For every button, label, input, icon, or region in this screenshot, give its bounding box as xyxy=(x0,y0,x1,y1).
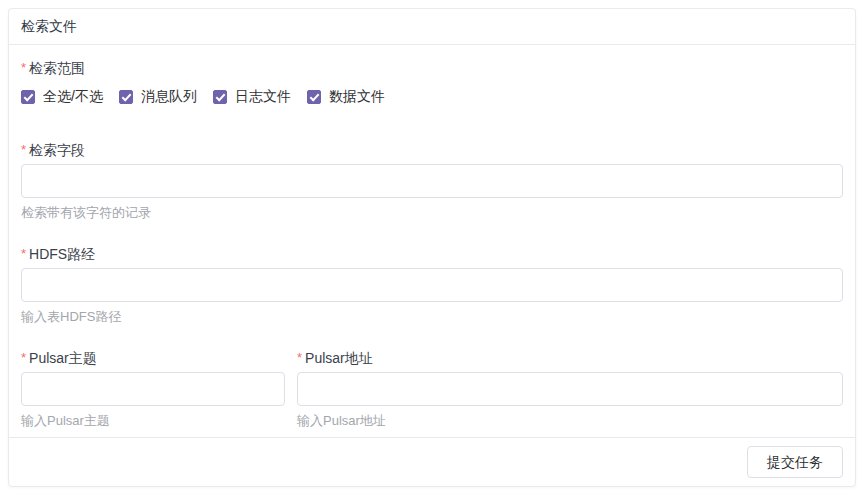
search-files-card: 检索文件 *检索范围 全选/不选 消息队列 日志文件 xyxy=(8,8,856,487)
required-asterisk: * xyxy=(21,246,26,261)
checkbox-checked-icon xyxy=(213,90,227,104)
checkbox-checked-icon xyxy=(307,90,321,104)
submit-task-button[interactable]: 提交任务 xyxy=(747,446,843,478)
hdfs-path-hint: 输入表HDFS路径 xyxy=(21,308,843,326)
checkbox-item-data-files[interactable]: 数据文件 xyxy=(307,88,385,106)
pulsar-topic-label: *Pulsar主题 xyxy=(21,348,285,368)
pulsar-topic-input[interactable] xyxy=(21,372,285,406)
checkbox-label: 全选/不选 xyxy=(43,88,103,106)
checkbox-item-select-all[interactable]: 全选/不选 xyxy=(21,88,103,106)
form-item-pulsar-topic: *Pulsar主题 输入Pulsar主题 xyxy=(21,348,285,430)
form-item-pulsar-address: *Pulsar地址 输入Pulsar地址 xyxy=(297,348,843,430)
checkbox-checked-icon xyxy=(21,90,35,104)
checkbox-checked-icon xyxy=(119,90,133,104)
checkbox-label: 数据文件 xyxy=(329,88,385,106)
pulsar-row: *Pulsar主题 输入Pulsar主题 *Pulsar地址 输入Pulsar地… xyxy=(21,348,843,437)
pulsar-topic-hint: 输入Pulsar主题 xyxy=(21,412,285,430)
form-item-search-field: *检索字段 检索带有该字符的记录 xyxy=(21,140,843,222)
scope-label: *检索范围 xyxy=(21,58,843,78)
checkbox-item-log-files[interactable]: 日志文件 xyxy=(213,88,291,106)
search-field-input[interactable] xyxy=(21,164,843,198)
form-item-scope: *检索范围 全选/不选 消息队列 日志文件 数据文件 xyxy=(21,58,843,106)
card-footer: 提交任务 xyxy=(9,437,855,486)
required-asterisk: * xyxy=(21,350,26,365)
pulsar-address-label: *Pulsar地址 xyxy=(297,348,843,368)
required-asterisk: * xyxy=(21,142,26,157)
form-item-hdfs-path: *HDFS路经 输入表HDFS路径 xyxy=(21,244,843,326)
search-field-hint: 检索带有该字符的记录 xyxy=(21,204,843,222)
page-title: 检索文件 xyxy=(21,18,77,36)
checkbox-label: 日志文件 xyxy=(235,88,291,106)
search-field-label: *检索字段 xyxy=(21,140,843,160)
card-body: *检索范围 全选/不选 消息队列 日志文件 数据文件 xyxy=(9,45,855,437)
required-asterisk: * xyxy=(21,60,26,75)
checkbox-label: 消息队列 xyxy=(141,88,197,106)
card-header: 检索文件 xyxy=(9,9,855,45)
pulsar-address-hint: 输入Pulsar地址 xyxy=(297,412,843,430)
pulsar-address-input[interactable] xyxy=(297,372,843,406)
checkbox-item-message-queue[interactable]: 消息队列 xyxy=(119,88,197,106)
required-asterisk: * xyxy=(297,350,302,365)
scope-checkbox-group: 全选/不选 消息队列 日志文件 数据文件 xyxy=(21,88,843,106)
hdfs-path-label: *HDFS路经 xyxy=(21,244,843,264)
hdfs-path-input[interactable] xyxy=(21,268,843,302)
